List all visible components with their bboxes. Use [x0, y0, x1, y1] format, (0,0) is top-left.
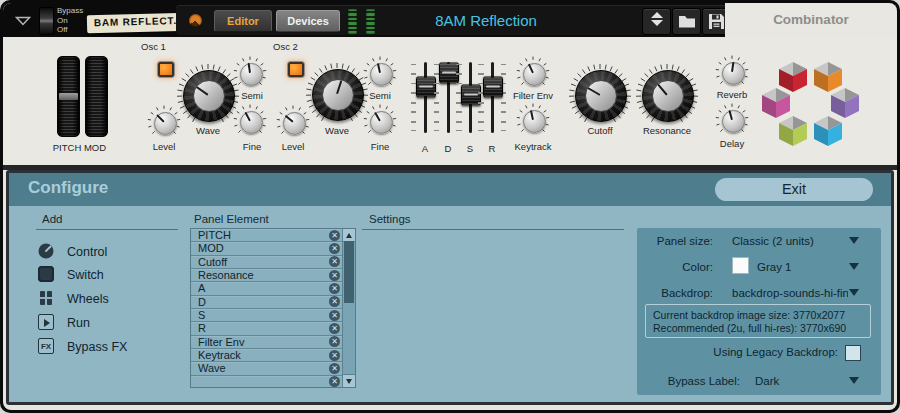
- bypass-label-label: Bypass Label:: [637, 375, 740, 387]
- panel-element-row[interactable]: Keytrack✕: [191, 349, 344, 362]
- combinator-device: Bypass On Off BAM REFLECT... Editor Devi…: [3, 3, 897, 410]
- reverb-knob[interactable]: [715, 55, 749, 89]
- delete-icon[interactable]: ✕: [329, 283, 340, 294]
- level-meter-left: [348, 9, 357, 34]
- bypass-label-value[interactable]: Dark: [755, 375, 779, 387]
- backdrop-info-line2: Recommended (2u, full hi-res): 3770x690: [653, 322, 870, 335]
- on-label: On: [57, 16, 83, 26]
- scrollbar-thumb[interactable]: [344, 241, 354, 303]
- patch-spinner-button[interactable]: [642, 8, 671, 35]
- color-swatch[interactable]: [732, 257, 749, 274]
- patch-name-display[interactable]: 8AM Reflection: [386, 12, 586, 29]
- delete-icon[interactable]: ✕: [329, 323, 340, 334]
- backdrop-dropdown-icon[interactable]: [849, 289, 859, 296]
- panel-element-row[interactable]: Resonance✕: [191, 269, 344, 282]
- osc1-title: Osc 1: [141, 41, 181, 52]
- bypass-label-dropdown-icon[interactable]: [849, 377, 859, 384]
- osc2-enable-led[interactable]: [287, 61, 305, 78]
- delete-icon[interactable]: ✕: [329, 363, 340, 374]
- title-bar-inner-panel: Editor Devices 8AM Reflection: [176, 5, 728, 35]
- switch-icon: [38, 266, 54, 282]
- exit-button[interactable]: Exit: [715, 178, 873, 201]
- backdrop-label: Backdrop:: [637, 287, 713, 299]
- panel-size-dropdown-icon[interactable]: [849, 237, 859, 244]
- combinator-logo: [755, 53, 867, 149]
- osc2-level-label: Level: [268, 141, 318, 152]
- resonance-knob[interactable]: [634, 62, 700, 128]
- configure-header: Configure Exit: [9, 173, 891, 206]
- delete-icon[interactable]: ✕: [329, 376, 340, 387]
- release-slider-thumb[interactable]: [483, 76, 503, 97]
- arrow-up-icon: [346, 233, 352, 238]
- color-value[interactable]: Gray 1: [757, 261, 792, 273]
- panel-element-column-header: Panel Element: [194, 213, 269, 225]
- delete-icon[interactable]: ✕: [329, 296, 340, 307]
- filter-env-label: Filter Env: [501, 90, 565, 101]
- color-dropdown-icon[interactable]: [849, 263, 859, 270]
- delete-icon[interactable]: ✕: [329, 350, 340, 361]
- spinner-up-icon[interactable]: [651, 12, 663, 18]
- osc2-wave-label: Wave: [312, 125, 362, 136]
- decay-label: D: [438, 143, 458, 154]
- osc2-title: Osc 2: [273, 41, 313, 52]
- delete-icon[interactable]: ✕: [329, 256, 340, 267]
- patch-icon: [189, 14, 202, 27]
- panel-element-row[interactable]: A✕: [191, 282, 344, 295]
- panel-element-row[interactable]: D✕: [191, 296, 344, 309]
- pitch-wheel[interactable]: [57, 56, 80, 137]
- pitch-wheel-band: [59, 93, 78, 100]
- spinner-down-icon[interactable]: [651, 20, 663, 26]
- osc2-semi-knob[interactable]: [363, 56, 397, 90]
- legacy-backdrop-checkbox[interactable]: [845, 345, 861, 361]
- panel-element-row[interactable]: PITCH✕: [191, 229, 344, 242]
- panel-element-row[interactable]: ✕: [191, 376, 344, 388]
- device-type-label: Combinator: [725, 3, 897, 37]
- osc1-fine-knob[interactable]: [233, 104, 267, 138]
- browse-patch-button[interactable]: [672, 8, 701, 35]
- panel-element-row[interactable]: Wave✕: [191, 362, 344, 375]
- panel-element-row[interactable]: Cutoff✕: [191, 256, 344, 269]
- mod-wheel-label: MOD: [70, 142, 120, 153]
- panel-element-row[interactable]: S✕: [191, 309, 344, 322]
- cutoff-knob[interactable]: [567, 62, 633, 128]
- delete-icon[interactable]: ✕: [329, 230, 340, 241]
- osc2-fine-knob[interactable]: [363, 104, 397, 138]
- osc1-semi-label: Semi: [227, 90, 277, 101]
- bypass-label: Bypass: [57, 6, 83, 16]
- bypass-switch[interactable]: [39, 7, 54, 35]
- delete-icon[interactable]: ✕: [329, 270, 340, 281]
- disclosure-triangle-icon[interactable]: [15, 16, 31, 26]
- delete-icon[interactable]: ✕: [329, 243, 340, 254]
- configure-title: Configure: [28, 178, 108, 198]
- resonance-label: Resonance: [627, 125, 707, 136]
- level-meter-right: [366, 9, 375, 34]
- backdrop-value[interactable]: backdrop-sounds-hi-fina: [732, 287, 848, 299]
- panel-element-scrollbar[interactable]: [342, 229, 355, 387]
- delay-knob[interactable]: [715, 103, 749, 137]
- editor-button[interactable]: Editor: [214, 10, 272, 32]
- panel-element-row[interactable]: Filter Env✕: [191, 336, 344, 349]
- panel-size-value[interactable]: Classic (2 units): [732, 235, 814, 247]
- delete-icon[interactable]: ✕: [329, 310, 340, 321]
- keytrack-knob[interactable]: [516, 103, 550, 137]
- attack-slider-thumb[interactable]: [416, 76, 436, 97]
- arrow-down-icon: [346, 379, 352, 384]
- osc2-semi-label: Semi: [355, 90, 405, 101]
- filter-env-knob[interactable]: [516, 56, 550, 90]
- color-label: Color:: [637, 261, 713, 273]
- scroll-down-button[interactable]: [343, 374, 355, 387]
- delete-icon[interactable]: ✕: [329, 336, 340, 347]
- osc1-enable-led[interactable]: [157, 61, 175, 78]
- folder-icon: [673, 9, 700, 34]
- osc1-semi-knob[interactable]: [233, 56, 267, 90]
- panel-element-row[interactable]: R✕: [191, 322, 344, 335]
- bypass-switch-labels: Bypass On Off: [57, 6, 83, 35]
- fx-icon: FX: [38, 338, 54, 354]
- panel-element-list[interactable]: PITCH✕ MOD✕ Cutoff✕ Resonance✕ A✕ D✕ S✕ …: [190, 228, 356, 388]
- mod-wheel[interactable]: [85, 56, 108, 137]
- settings-column-header: Settings: [369, 213, 411, 225]
- panel-element-row[interactable]: MOD✕: [191, 242, 344, 255]
- release-label: R: [482, 143, 502, 154]
- cutoff-label: Cutoff: [570, 125, 630, 136]
- devices-button[interactable]: Devices: [276, 10, 340, 32]
